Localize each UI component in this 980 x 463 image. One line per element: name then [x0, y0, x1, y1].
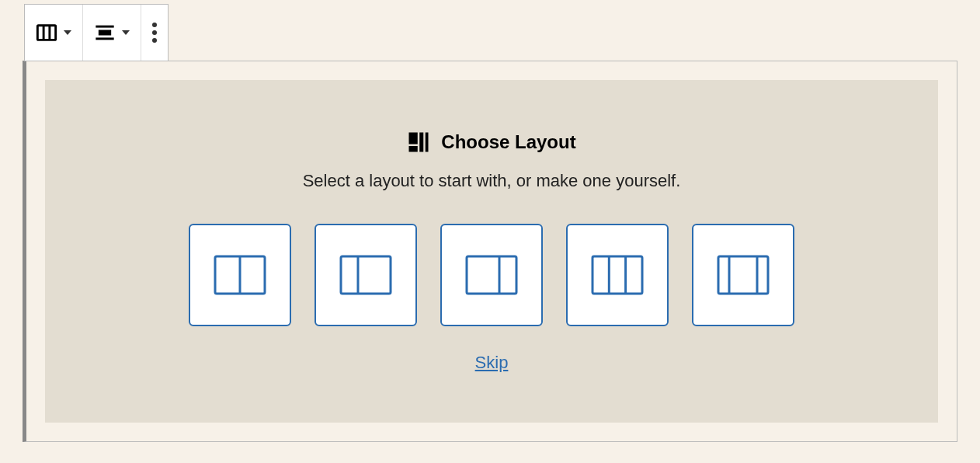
svg-rect-14	[467, 256, 516, 294]
svg-rect-5	[96, 37, 113, 40]
svg-rect-8	[426, 132, 429, 151]
svg-rect-3	[96, 26, 113, 28]
skip-link[interactable]: Skip	[475, 353, 509, 373]
placeholder-title: Choose Layout	[441, 131, 575, 153]
block-toolbar	[24, 4, 169, 61]
more-options-button[interactable]	[141, 5, 168, 61]
layout-option-three-wide-center[interactable]	[692, 224, 794, 326]
layout-option-two-wide-left[interactable]	[315, 224, 417, 326]
align-tool-dropdown[interactable]	[83, 5, 141, 61]
layout-option-three-equal[interactable]	[566, 224, 669, 326]
layout-option-two-equal[interactable]	[189, 224, 291, 326]
layout-placeholder: Choose Layout Select a layout to start w…	[45, 80, 938, 423]
svg-rect-6	[409, 132, 418, 144]
svg-rect-0	[37, 26, 55, 40]
align-icon	[94, 22, 116, 44]
placeholder-description: Select a layout to start with, or make o…	[303, 171, 681, 191]
layout-option-two-wide-right[interactable]	[440, 224, 543, 326]
columns-tool-dropdown[interactable]	[25, 5, 83, 61]
three-column-wide-center-icon	[717, 255, 770, 295]
svg-rect-4	[99, 30, 111, 36]
columns-icon	[36, 22, 57, 44]
layout-grid-icon	[407, 131, 430, 154]
placeholder-header: Choose Layout	[407, 131, 575, 154]
svg-rect-19	[718, 256, 768, 294]
two-column-wide-right-icon	[465, 255, 518, 295]
three-column-equal-icon	[591, 255, 644, 295]
svg-rect-12	[341, 256, 391, 294]
two-column-equal-icon	[214, 255, 266, 295]
columns-block: Choose Layout Select a layout to start w…	[23, 61, 957, 442]
chevron-down-icon	[64, 30, 71, 35]
svg-rect-16	[593, 256, 642, 294]
svg-rect-9	[409, 146, 418, 152]
svg-rect-7	[420, 132, 424, 151]
more-vertical-icon	[152, 23, 157, 43]
layout-options	[189, 224, 794, 326]
chevron-down-icon	[122, 30, 130, 35]
two-column-wide-left-icon	[339, 255, 392, 295]
